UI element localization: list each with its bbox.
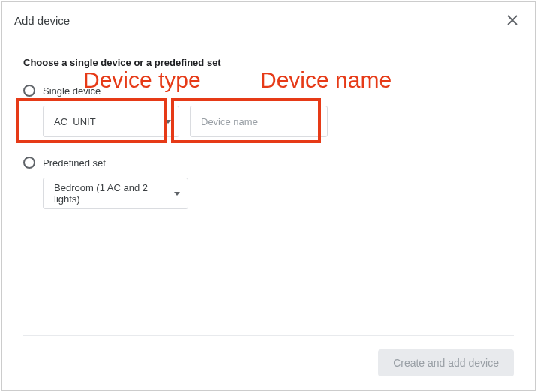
close-button[interactable] xyxy=(502,10,523,31)
dialog-header: Add device xyxy=(2,2,535,40)
dialog-footer: Create and add device xyxy=(23,335,514,390)
predefined-set-value: Bedroom (1 AC and 2 lights) xyxy=(54,182,174,205)
dialog-title: Add device xyxy=(14,14,70,27)
predefined-set-select[interactable]: Bedroom (1 AC and 2 lights) xyxy=(43,178,188,209)
create-and-add-device-button[interactable]: Create and add device xyxy=(378,349,514,376)
chevron-down-icon xyxy=(174,192,180,196)
single-device-radio[interactable] xyxy=(23,85,35,97)
add-device-dialog: Add device Choose a single device or a p… xyxy=(2,1,536,391)
device-name-input[interactable] xyxy=(190,106,328,137)
predefined-set-option: Predefined set xyxy=(23,157,514,169)
single-device-option: Single device xyxy=(23,85,514,97)
close-icon xyxy=(506,14,518,26)
single-device-controls: AC_UNIT xyxy=(43,106,514,137)
instruction-text: Choose a single device or a predefined s… xyxy=(23,57,514,68)
device-type-value: AC_UNIT xyxy=(54,116,96,127)
predefined-set-label: Predefined set xyxy=(43,157,106,169)
chevron-down-icon xyxy=(165,120,171,124)
predefined-set-radio[interactable] xyxy=(23,157,35,169)
device-type-select[interactable]: AC_UNIT xyxy=(43,106,179,137)
single-device-label: Single device xyxy=(43,85,100,97)
dialog-body: Choose a single device or a predefined s… xyxy=(2,40,535,335)
predefined-set-controls: Bedroom (1 AC and 2 lights) xyxy=(43,178,514,209)
